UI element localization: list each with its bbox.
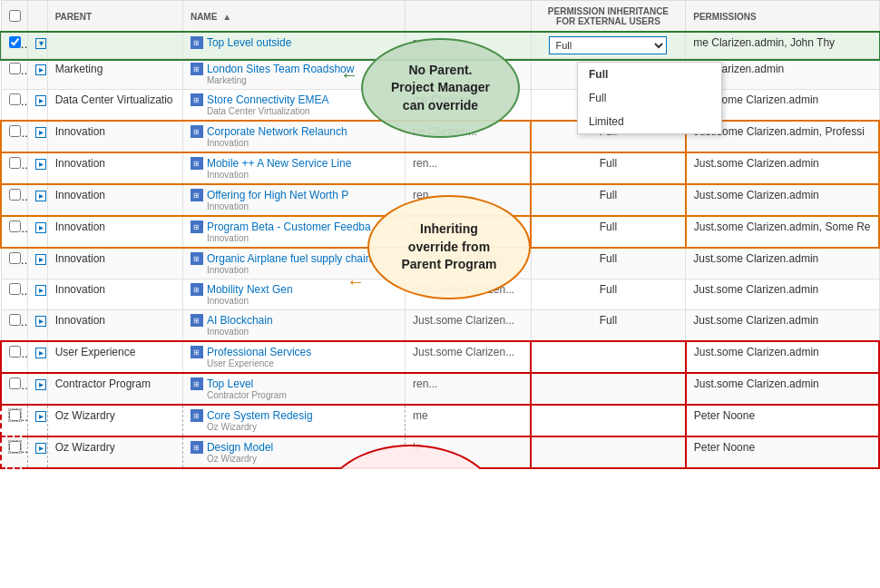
row-checkbox[interactable] (9, 377, 21, 389)
row-checkbox-cell (1, 33, 28, 59)
row-checkbox-cell (1, 436, 28, 468)
expand-button[interactable]: ▸ (35, 127, 46, 138)
project-name-link[interactable]: Top Level (207, 377, 253, 390)
row-expand-cell: ▸ (28, 59, 47, 90)
dropdown-full-selected[interactable]: Full (578, 63, 721, 86)
perm-inherit-select[interactable]: Full (549, 36, 667, 54)
row-checkbox[interactable] (9, 220, 21, 232)
name-sort-icon[interactable]: ▲ (222, 12, 231, 22)
row-checkbox[interactable] (9, 125, 21, 137)
select-all-checkbox[interactable] (9, 10, 21, 22)
row-checkbox[interactable] (9, 63, 21, 74)
row-perm-inherit-cell (531, 341, 686, 373)
row-checkbox[interactable] (9, 346, 21, 358)
project-icon: ⊞ (191, 283, 203, 296)
row-checkbox[interactable] (9, 189, 21, 201)
row-checkbox[interactable] (9, 314, 21, 326)
project-name-link[interactable]: Mobile ++ A New Service Line (207, 157, 351, 170)
row-perm-inherit-cell (531, 436, 686, 468)
row-name-cell: ⊞Top LevelContractor Program (182, 373, 405, 405)
row-manager-cell: me (406, 405, 532, 436)
project-icon: ⊞ (191, 377, 203, 390)
expand-button[interactable]: ▸ (35, 191, 46, 201)
expand-col-header (28, 1, 47, 33)
project-sub-label: User Experience (191, 358, 397, 368)
project-name-link[interactable]: AI Blockchain (207, 314, 273, 327)
project-sub-label: Innovation (191, 327, 397, 337)
row-parent-cell: Contractor Program (47, 373, 182, 405)
expand-button[interactable]: ▸ (35, 316, 46, 327)
row-name-cell: ⊞Offering for High Net Worth PInnovation (182, 184, 405, 216)
row-expand-cell: ▸ (28, 310, 47, 342)
row-checkbox[interactable] (9, 157, 21, 169)
row-checkbox[interactable] (9, 93, 21, 105)
green-callout: No Parent.Project Managercan override (361, 38, 520, 138)
row-checkbox[interactable] (9, 409, 21, 421)
project-name-link[interactable]: Corporate Network Relaunch (207, 125, 347, 138)
expand-button[interactable]: ▸ (35, 222, 46, 233)
project-name-link[interactable]: Offering for High Net Worth P (207, 189, 348, 201)
row-name-cell: ⊞Core System RedesigOz Wizardry (182, 405, 405, 436)
row-perm-inherit-cell (531, 405, 686, 436)
expand-button[interactable]: ▸ (35, 443, 46, 454)
project-name-link[interactable]: Top Level outside (207, 36, 291, 49)
row-expand-cell: ▸ (28, 373, 47, 405)
expand-button[interactable]: ▸ (35, 411, 46, 422)
project-name-link[interactable]: Organic Airplane fuel supply chain (207, 252, 371, 265)
project-name-link[interactable]: Mobility Next Gen (207, 283, 293, 296)
green-arrow: ← (340, 64, 358, 85)
project-name-link[interactable]: Store Connectivity EMEA (207, 93, 329, 106)
project-name-link[interactable]: Professional Services (207, 346, 311, 358)
project-name-link[interactable]: Program Beta - Customer Feedba (207, 220, 371, 233)
row-parent-cell: Innovation (47, 310, 182, 342)
row-perm-inherit-cell: Full (531, 248, 686, 279)
dropdown-limited-option[interactable]: Limited (578, 110, 721, 133)
row-checkbox[interactable] (9, 36, 21, 48)
expand-button[interactable]: ▸ (35, 95, 46, 106)
row-perm-inherit-cell: Full (531, 184, 686, 216)
row-permissions-cell: Just.some Clarizen.admin, Some Re (686, 216, 879, 248)
expand-button[interactable]: ▸ (35, 64, 46, 75)
row-checkbox-cell (1, 121, 28, 152)
row-permissions-cell: Just.some Clarizen.admin (686, 279, 879, 310)
expand-button[interactable]: ▸ (35, 348, 46, 358)
row-parent-cell: Oz Wizardry (47, 405, 182, 436)
row-parent-cell: Innovation (47, 279, 182, 310)
row-checkbox[interactable] (9, 252, 21, 264)
row-permissions-cell: Peter Noone (686, 436, 879, 468)
row-expand-cell: ▸ (28, 279, 47, 310)
expand-button[interactable]: ▸ (35, 159, 46, 170)
perm-inherit-text: Full (600, 189, 617, 201)
row-parent-cell: Marketing (47, 59, 182, 90)
project-name-link[interactable]: Design Model (207, 441, 273, 454)
perm-inherit-col-header: PERMISSION INHERITANCE FOR EXTERNAL USER… (531, 1, 686, 33)
row-expand-cell: ▾ (28, 33, 47, 59)
expand-button[interactable]: ▸ (35, 285, 46, 296)
project-icon: ⊞ (191, 63, 203, 75)
checkbox-col-header (1, 1, 28, 33)
row-checkbox[interactable] (9, 441, 21, 453)
project-sub-label: Innovation (191, 296, 397, 306)
project-name-link[interactable]: Core System Redesig (207, 409, 313, 422)
row-permissions-cell: Just.some Clarizen.admin (686, 310, 879, 342)
perm-inherit-text: Full (600, 283, 617, 296)
row-parent-cell (47, 33, 182, 59)
row-parent-cell: Innovation (47, 216, 182, 248)
project-name-link[interactable]: London Sites Team Roadshow (207, 63, 355, 75)
dropdown-full-option[interactable]: Full (578, 86, 721, 110)
row-manager-cell: ren... (406, 373, 532, 405)
expand-button[interactable]: ▾ (35, 38, 46, 49)
row-checkbox[interactable] (9, 283, 21, 295)
orange-arrow: ← (347, 271, 365, 292)
expand-button[interactable]: ▸ (35, 254, 46, 265)
project-sub-label: Oz Wizardry (191, 422, 397, 432)
project-icon: ⊞ (191, 346, 203, 358)
project-sub-label: Contractor Program (191, 390, 397, 400)
row-parent-cell: Oz Wizardry (47, 436, 182, 468)
row-checkbox-cell (1, 184, 28, 216)
row-checkbox-cell (1, 405, 28, 436)
expand-button[interactable]: ▸ (35, 379, 46, 390)
project-icon: ⊞ (191, 93, 203, 106)
row-parent-cell: Innovation (47, 152, 182, 184)
row-parent-cell: User Experience (47, 341, 182, 373)
